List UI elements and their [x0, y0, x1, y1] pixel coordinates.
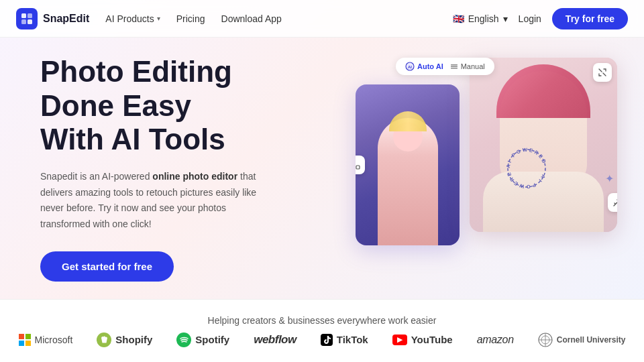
logo-text: SnapEdit: [43, 13, 89, 25]
tiktok-logo: TikTok: [321, 334, 368, 346]
hero-title-line3: With AI Tools: [40, 123, 225, 156]
brand-bar: Helping creators & businesses everywhere…: [0, 299, 644, 362]
chevron-down-icon: ▾: [157, 15, 160, 22]
get-started-button[interactable]: Get started for free: [40, 251, 174, 282]
cornell-logo: Cornell University: [538, 333, 626, 347]
microsoft-text: Microsoft: [35, 335, 73, 345]
svg-rect-8: [451, 68, 458, 69]
spotify-text: Spotify: [195, 334, 229, 345]
shopify-icon: [97, 333, 111, 347]
logo-icon: [16, 8, 38, 29]
brand-logos-list: Microsoft Shopify Spotify webflow: [5, 333, 639, 347]
nav-ai-products-label: AI Products: [105, 13, 154, 24]
spotify-icon: [176, 333, 191, 347]
manual-button[interactable]: Manual: [450, 62, 485, 71]
logo[interactable]: SnapEdit: [16, 8, 89, 29]
login-label: Login: [519, 13, 541, 24]
youtube-icon: ▶: [392, 335, 407, 345]
ai-powered-badge: AI POWERED · AI POWERED: [503, 145, 550, 192]
nav-left: SnapEdit AI Products ▾ Pricing Download …: [16, 8, 282, 29]
svg-rect-10: [356, 166, 360, 169]
get-started-label: Get started for free: [62, 261, 152, 272]
youtube-text: YouTube: [411, 334, 453, 345]
auto-ai-button[interactable]: AI Auto AI: [405, 62, 443, 71]
nav-download[interactable]: Download App: [221, 13, 282, 24]
try-free-label: Try for free: [566, 13, 614, 24]
language-label: English: [468, 13, 499, 24]
svg-rect-1: [28, 13, 32, 18]
language-selector[interactable]: 🇬🇧 English ▾: [453, 13, 508, 24]
webflow-logo: webflow: [254, 333, 297, 347]
svg-rect-16: [19, 341, 24, 346]
brand-bar-tagline: Helping creators & businesses everywhere…: [208, 315, 437, 326]
expand-icon[interactable]: [593, 63, 612, 82]
svg-rect-2: [21, 19, 26, 24]
hero-desc-plain: Snapedit is an AI-powered: [40, 171, 152, 182]
svg-rect-17: [25, 341, 31, 346]
flag-icon: 🇬🇧: [453, 13, 464, 24]
hero-title: Photo Editing Done Easy With AI Tools: [40, 55, 322, 157]
magic-wand-icon[interactable]: [608, 193, 617, 212]
hero-images: AI Auto AI Manual: [329, 51, 624, 292]
tiktok-icon: [321, 334, 333, 346]
amazon-text: amazon: [477, 334, 514, 346]
svg-rect-7: [451, 66, 458, 68]
tiktok-text: TikTok: [337, 334, 368, 345]
nav-pricing-label: Pricing: [176, 13, 205, 24]
microsoft-logo: Microsoft: [19, 334, 73, 346]
svg-rect-6: [451, 64, 458, 66]
svg-text:AI POWERED · AI POWERED: AI POWERED · AI POWERED: [503, 145, 548, 190]
svg-rect-14: [19, 334, 24, 339]
hero-description: Snapedit is an AI-powered online photo e…: [40, 169, 268, 233]
svg-rect-3: [28, 19, 32, 24]
nav-right: 🇬🇧 English ▾ Login Try for free: [453, 8, 628, 29]
youtube-logo: ▶ YouTube: [392, 334, 453, 345]
shopify-logo: Shopify: [97, 333, 152, 347]
svg-text:AI: AI: [408, 65, 412, 69]
hero-title-line1: Photo Editing: [40, 55, 232, 88]
webflow-text: webflow: [254, 333, 297, 347]
auto-manual-pill: AI Auto AI Manual: [396, 58, 494, 75]
login-button[interactable]: Login: [519, 13, 541, 24]
nav-ai-products[interactable]: AI Products ▾: [105, 13, 160, 24]
sparkle-icon: ✦: [605, 172, 614, 185]
navbar: SnapEdit AI Products ▾ Pricing Download …: [0, 0, 644, 38]
hero-title-line2: Done Easy: [40, 89, 191, 122]
try-free-button[interactable]: Try for free: [552, 8, 628, 29]
nav-download-label: Download App: [221, 13, 282, 24]
hero-desc-bold: online photo editor: [152, 171, 237, 182]
lang-chevron-icon: ▾: [503, 13, 508, 24]
auto-label: Auto AI: [417, 62, 443, 70]
svg-rect-15: [25, 334, 31, 339]
photo-card-left: [356, 84, 460, 245]
hero-section: Photo Editing Done Easy With AI Tools Sn…: [0, 38, 644, 299]
amazon-logo: amazon: [477, 334, 514, 346]
spotify-logo: Spotify: [176, 333, 229, 347]
nav-pricing[interactable]: Pricing: [176, 13, 205, 24]
manual-label: Manual: [461, 62, 485, 70]
hero-text: Photo Editing Done Easy With AI Tools Sn…: [40, 55, 322, 282]
svg-rect-0: [21, 13, 26, 18]
cornell-text: Cornell University: [557, 335, 626, 345]
shopify-text: Shopify: [115, 334, 152, 345]
resize-handle-icon[interactable]: [356, 156, 365, 174]
